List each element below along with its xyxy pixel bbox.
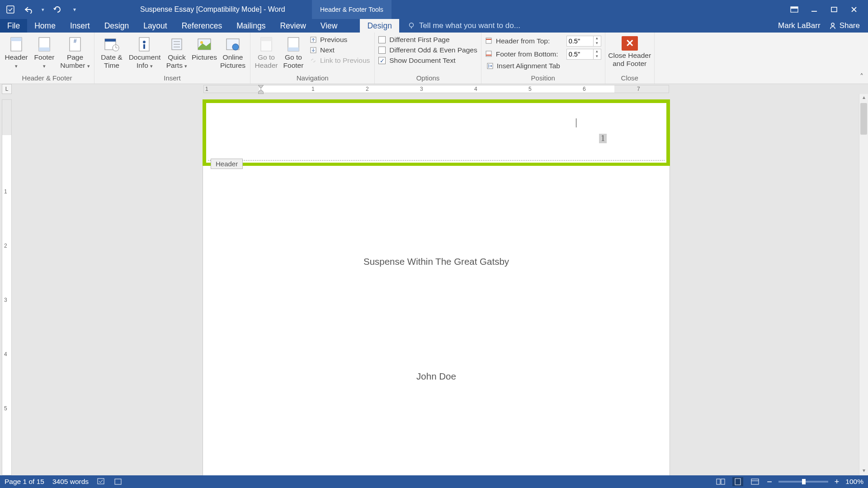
different-odd-even-checkbox[interactable]: Different Odd & Even Pages bbox=[377, 46, 478, 55]
zoom-out-icon[interactable]: − bbox=[767, 479, 772, 484]
maximize-icon[interactable] bbox=[829, 5, 839, 14]
chevron-down-icon: ▾ bbox=[15, 63, 18, 69]
group-label: Header & Footer bbox=[3, 73, 91, 84]
redo-icon[interactable] bbox=[52, 5, 62, 14]
footer-icon bbox=[35, 36, 53, 52]
undo-dropdown-icon[interactable]: ▾ bbox=[42, 7, 44, 13]
autosave-icon[interactable] bbox=[5, 5, 15, 14]
doc-info-icon bbox=[136, 36, 154, 52]
scroll-down-icon[interactable]: ▾ bbox=[859, 467, 868, 475]
svg-rect-48 bbox=[717, 479, 720, 484]
footer-button[interactable]: Footer▾ bbox=[31, 34, 58, 70]
spin-down-icon[interactable]: ▾ bbox=[594, 41, 601, 46]
tab-insert[interactable]: Insert bbox=[63, 19, 97, 33]
scrollbar-thumb[interactable] bbox=[860, 103, 867, 135]
tab-review[interactable]: Review bbox=[273, 19, 313, 33]
window-title: Suspense Essay [Compatibility Mode] - Wo… bbox=[140, 5, 285, 14]
insert-alignment-tab-button[interactable]: Insert Alignment Tab bbox=[484, 61, 602, 70]
chevron-down-icon: ▾ bbox=[184, 63, 187, 69]
header-top-label: Header from Top: bbox=[496, 37, 564, 45]
different-first-page-checkbox[interactable]: Different First Page bbox=[377, 35, 478, 44]
header-top-input[interactable]: ▴▾ bbox=[566, 36, 601, 47]
svg-point-22 bbox=[143, 41, 146, 43]
tab-context-design[interactable]: Design bbox=[360, 19, 399, 33]
show-document-text-checkbox[interactable]: ✓ Show Document Text bbox=[377, 56, 478, 65]
svg-rect-17 bbox=[105, 39, 116, 42]
page-indicator[interactable]: Page 1 of 15 bbox=[5, 478, 44, 486]
tab-selector[interactable]: L bbox=[2, 84, 12, 94]
pictures-icon bbox=[195, 36, 213, 52]
ribbon: Header▾ Footer▾ # Page Number ▾ Header &… bbox=[0, 33, 868, 84]
spin-down-icon[interactable]: ▾ bbox=[594, 54, 601, 59]
header-top-icon bbox=[485, 37, 493, 45]
svg-point-9 bbox=[831, 23, 834, 26]
web-layout-icon[interactable] bbox=[750, 477, 760, 486]
minimize-icon[interactable] bbox=[809, 5, 819, 14]
user-name[interactable]: Mark LaBarr bbox=[778, 21, 821, 30]
read-mode-icon[interactable] bbox=[715, 477, 726, 486]
tab-mailings[interactable]: Mailings bbox=[229, 19, 273, 33]
header-region[interactable]: 1 Header bbox=[208, 105, 665, 161]
close-icon[interactable] bbox=[849, 5, 859, 14]
goto-footer-button[interactable]: Go to Footer bbox=[280, 34, 307, 70]
vertical-scrollbar[interactable]: ▴ ▾ bbox=[859, 94, 868, 475]
footer-bottom-input[interactable]: ▴▾ bbox=[566, 49, 601, 60]
previous-button[interactable]: Previous bbox=[307, 35, 372, 44]
online-pictures-button[interactable]: Online Pictures bbox=[218, 34, 247, 70]
link-previous-button[interactable]: Link to Previous bbox=[307, 56, 372, 65]
ruler-row: L 1 1 2 3 4 5 6 7 bbox=[0, 84, 868, 94]
qat-customize-icon[interactable]: ▾ bbox=[73, 6, 76, 13]
ribbon-display-icon[interactable] bbox=[789, 5, 799, 14]
zoom-in-icon[interactable]: + bbox=[835, 479, 840, 484]
group-label: Options bbox=[377, 73, 478, 84]
tab-view[interactable]: View bbox=[313, 19, 345, 33]
footer-bottom-icon bbox=[485, 50, 493, 58]
undo-icon[interactable] bbox=[24, 5, 33, 14]
word-count[interactable]: 3405 words bbox=[52, 478, 89, 486]
goto-footer-icon bbox=[284, 36, 302, 52]
zoom-level[interactable]: 100% bbox=[845, 478, 863, 486]
next-button[interactable]: Next bbox=[307, 46, 372, 55]
online-pictures-icon bbox=[224, 36, 242, 52]
document-info-button[interactable]: Document Info ▾ bbox=[127, 34, 162, 70]
svg-rect-50 bbox=[735, 479, 741, 485]
close-header-footer-button[interactable]: ✕ Close Headerand Footer bbox=[608, 34, 651, 68]
doc-title: Suspense Within The Great Gatsby bbox=[203, 256, 670, 267]
quick-parts-button[interactable]: Quick Parts ▾ bbox=[163, 34, 190, 70]
collapse-ribbon-icon[interactable]: ˄ bbox=[860, 72, 863, 81]
header-icon bbox=[7, 36, 25, 52]
svg-rect-33 bbox=[261, 38, 272, 41]
page-number-field[interactable]: 1 bbox=[599, 134, 607, 143]
scroll-up-icon[interactable]: ▴ bbox=[859, 94, 868, 102]
lightbulb-icon bbox=[407, 22, 415, 30]
document-page[interactable]: Suspense Within The Great Gatsby John Do… bbox=[203, 166, 670, 475]
tab-layout[interactable]: Layout bbox=[136, 19, 175, 33]
checkbox-icon bbox=[378, 36, 386, 43]
date-time-button[interactable]: Date & Time bbox=[97, 34, 126, 70]
share-button[interactable]: Share bbox=[829, 21, 860, 30]
page-number-icon: # bbox=[66, 36, 84, 52]
svg-rect-11 bbox=[11, 38, 22, 41]
tab-design[interactable]: Design bbox=[97, 19, 136, 33]
tab-home[interactable]: Home bbox=[27, 19, 63, 33]
zoom-slider[interactable] bbox=[778, 481, 828, 483]
page-number-button[interactable]: # Page Number ▾ bbox=[59, 34, 91, 70]
vertical-ruler[interactable]: 1 2 3 4 5 bbox=[2, 99, 12, 475]
pictures-button[interactable]: Pictures bbox=[191, 34, 217, 61]
goto-header-button[interactable]: Go to Header bbox=[253, 34, 279, 70]
svg-rect-38 bbox=[486, 38, 491, 43]
svg-rect-46 bbox=[98, 479, 104, 484]
footer-bottom-label: Footer from Bottom: bbox=[496, 50, 564, 58]
horizontal-ruler[interactable]: 1 1 2 3 4 5 6 7 bbox=[203, 85, 669, 93]
tell-me-search[interactable]: Tell me what you want to do... bbox=[399, 19, 520, 33]
checkbox-icon bbox=[378, 47, 386, 54]
first-line-indent-icon[interactable] bbox=[258, 85, 264, 89]
svg-point-31 bbox=[232, 44, 239, 50]
header-button[interactable]: Header▾ bbox=[3, 34, 30, 70]
tab-file[interactable]: File bbox=[0, 19, 27, 33]
tab-references[interactable]: References bbox=[175, 19, 230, 33]
print-layout-icon[interactable] bbox=[732, 477, 743, 486]
hanging-indent-icon[interactable] bbox=[258, 89, 264, 94]
spell-check-icon[interactable] bbox=[97, 478, 106, 486]
macro-icon[interactable] bbox=[114, 478, 122, 485]
